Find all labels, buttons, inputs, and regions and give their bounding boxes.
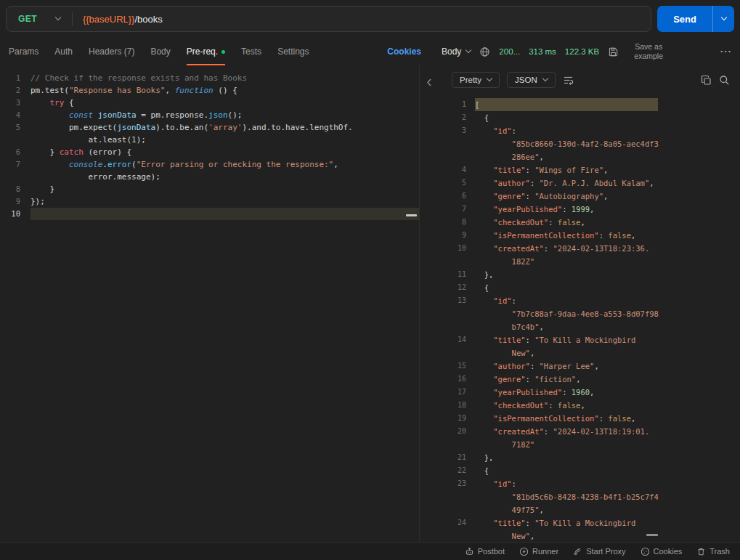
line-number: 6 (0, 146, 31, 158)
line-content: console.error("Error parsing or checking… (31, 158, 419, 183)
runner-button[interactable]: Runner (519, 547, 558, 556)
code-line-23: 23 "id": "81bd5c6b-8428-4238-b4f1-b25c7f… (442, 477, 740, 516)
line-number: 10 (0, 208, 31, 220)
code-line-10: 10 (0, 208, 419, 220)
more-options-button[interactable]: ⋯ (720, 46, 733, 57)
start-proxy-label: Start Proxy (586, 547, 625, 556)
line-number: 1 (0, 72, 31, 84)
collapse-panel-button[interactable] (424, 77, 434, 88)
cookies-link[interactable]: Cookies (387, 46, 436, 57)
postbot-button[interactable]: Postbot (465, 547, 505, 556)
line-content: try { (31, 97, 419, 109)
start-proxy-button[interactable]: Start Proxy (573, 547, 625, 556)
request-bar: GET {{baseURL}}/books Send (0, 0, 740, 38)
line-content: "isPermanentCollection": false, (475, 229, 658, 242)
response-format-label: Pretty (460, 76, 481, 84)
tab-body[interactable]: Body (150, 38, 170, 65)
send-button[interactable]: Send (657, 6, 712, 32)
line-content: "author": "Dr. A.P.J. Abdul Kalam", (475, 176, 658, 190)
line-content: "genre": "Autobiography", (475, 190, 658, 203)
green-dot-icon (221, 50, 225, 54)
code-line-6: 6 "genre": "Autobiography", (442, 190, 740, 203)
tab-label: Auth (54, 46, 73, 57)
chevron-down-icon (487, 76, 492, 81)
line-content: { (475, 281, 658, 294)
status-code[interactable]: 200... (499, 47, 520, 56)
line-content: pm.test("Response has Books", function (… (31, 84, 419, 97)
code-line-19: 19 "isPermanentCollection": false, (442, 412, 740, 425)
response-size[interactable]: 122.3 KB (565, 47, 599, 56)
line-content: "checkedOut": false, (475, 399, 658, 412)
url-input[interactable]: {{baseURL}}/books (73, 14, 163, 25)
code-line-4: 4 const jsonData = pm.response.json(); (0, 109, 419, 121)
line-content: "yearPublished": 1960, (475, 386, 658, 399)
code-line-24: 24 "title": "To Kill a Mockingbird New", (442, 516, 740, 542)
line-content: } catch (error) { (31, 146, 419, 158)
line-number: 14 (442, 333, 475, 360)
line-number: 22 (442, 464, 475, 477)
response-format-dropdown[interactable]: Pretty (452, 72, 500, 88)
tab-auth[interactable]: Auth (54, 38, 73, 65)
line-number: 15 (442, 360, 475, 373)
code-line-18: 18 "checkedOut": false, (442, 399, 740, 412)
scrollbar-thumb[interactable] (646, 534, 658, 536)
line-content: const jsonData = pm.response.json(); (31, 109, 419, 121)
save-as-example-button[interactable]: Save as example (627, 42, 670, 61)
line-number: 4 (442, 163, 475, 176)
line-number: 7 (442, 203, 475, 216)
line-content: { (475, 464, 658, 477)
chevron-down-icon (720, 15, 726, 20)
save-response-icon[interactable] (608, 46, 619, 57)
network-info-icon[interactable] (479, 46, 490, 57)
pre-request-script-editor[interactable]: 1// Check if the response exists and has… (0, 65, 419, 542)
scrollbar-marker (406, 214, 417, 216)
line-content: "createdAt": "2024-02-13T18:19:01. 718Z" (475, 425, 658, 451)
tab-settings[interactable]: Settings (277, 38, 309, 65)
url-variable: {{baseURL}} (83, 14, 135, 25)
line-number: 1 (442, 98, 475, 111)
tab-tests[interactable]: Tests (241, 38, 261, 65)
line-content: "id": "81bd5c6b-8428-4238-b4f1-b25c7f4 4… (475, 477, 658, 516)
runner-label: Runner (532, 547, 558, 556)
line-number: 10 (442, 242, 475, 268)
line-number: 8 (0, 183, 31, 195)
code-line-15: 15 "author": "Harper Lee", (442, 360, 740, 373)
wrap-text-icon[interactable] (563, 75, 574, 86)
line-number: 4 (0, 109, 31, 121)
trash-button[interactable]: Trash (696, 547, 730, 556)
line-content: { (475, 111, 658, 124)
url-path: /books (134, 14, 162, 25)
code-line-16: 16 "genre": "fiction", (442, 373, 740, 386)
cookies-label: Cookies (654, 547, 683, 556)
line-content: [ (475, 98, 658, 111)
code-line-22: 22 { (442, 464, 740, 477)
proxy-icon (573, 547, 582, 556)
response-language-label: JSON (515, 76, 537, 84)
tab-headers[interactable]: Headers (7) (89, 38, 134, 65)
runner-icon (519, 547, 529, 556)
tab-params[interactable]: Params (9, 38, 38, 65)
code-line-13: 13 "id": "7b7c88af-9daa-4ee8-a553-8d07f9… (442, 294, 740, 333)
tab-pre-request[interactable]: Pre-req. (187, 38, 225, 65)
tab-label: Headers (7) (89, 46, 134, 57)
code-line-21: 21 }, (442, 451, 740, 464)
line-number: 23 (442, 477, 475, 516)
copy-icon[interactable] (701, 75, 712, 86)
response-body-dropdown[interactable]: Body (442, 46, 471, 57)
cookies-button[interactable]: Cookies (641, 547, 683, 556)
line-number: 9 (442, 229, 475, 242)
response-language-dropdown[interactable]: JSON (507, 72, 556, 88)
cookie-icon (641, 547, 650, 556)
line-number: 8 (442, 216, 475, 229)
method-dropdown[interactable]: GET (7, 7, 72, 31)
line-content: } (31, 183, 419, 195)
send-options-button[interactable] (712, 6, 734, 32)
tab-label: Params (9, 46, 38, 57)
response-pane: Pretty JSON (442, 65, 740, 542)
response-time[interactable]: 313 ms (529, 47, 556, 56)
secondary-header-row: Params Auth Headers (7) Body Pre-req. Te… (0, 38, 740, 65)
response-body-viewer[interactable]: 1[2 {3 "id": "85bc8660-130d-4af2-8a05-ae… (442, 94, 740, 542)
search-icon[interactable] (719, 75, 730, 86)
send-button-group: Send (657, 6, 734, 32)
code-line-14: 14 "title": "To Kill a Mockingbird New", (442, 333, 740, 360)
